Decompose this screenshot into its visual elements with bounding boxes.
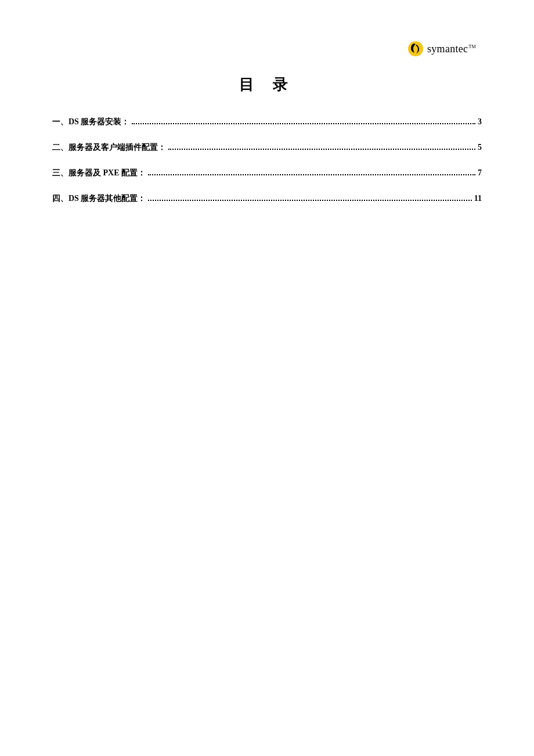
toc-label: 二、服务器及客户端插件配置：	[52, 142, 166, 153]
toc-label: 一、DS 服务器安装：	[52, 117, 129, 127]
logo-tm: TM	[468, 44, 476, 49]
symantec-logo-icon	[407, 41, 424, 57]
toc-leader-dots	[148, 200, 471, 201]
logo-area: symantecTM	[52, 41, 482, 57]
toc-page-number: 5	[478, 143, 482, 152]
toc-entry: 四、DS 服务器其他配置： 11	[52, 193, 482, 204]
logo-text: symantecTM	[427, 43, 476, 55]
logo-name: symantec	[427, 43, 468, 55]
toc-label: 四、DS 服务器其他配置：	[52, 193, 146, 204]
toc-entry: 二、服务器及客户端插件配置： 5	[52, 142, 482, 153]
toc-leader-dots	[132, 123, 475, 124]
toc-page-number: 7	[478, 168, 482, 178]
toc-page-number: 3	[478, 117, 482, 127]
toc-entry: 一、DS 服务器安装： 3	[52, 117, 482, 127]
page-title: 目 录	[52, 74, 482, 95]
table-of-contents: 一、DS 服务器安装： 3 二、服务器及客户端插件配置： 5 三、服务器及 PX…	[52, 117, 482, 204]
toc-page-number: 11	[474, 194, 482, 203]
toc-entry: 三、服务器及 PXE 配置： 7	[52, 168, 482, 178]
toc-leader-dots	[148, 174, 475, 175]
svg-point-0	[408, 41, 423, 56]
toc-leader-dots	[168, 149, 475, 150]
document-page: symantecTM 目 录 一、DS 服务器安装： 3 二、服务器及客户端插件…	[0, 0, 534, 271]
toc-label: 三、服务器及 PXE 配置：	[52, 168, 146, 178]
